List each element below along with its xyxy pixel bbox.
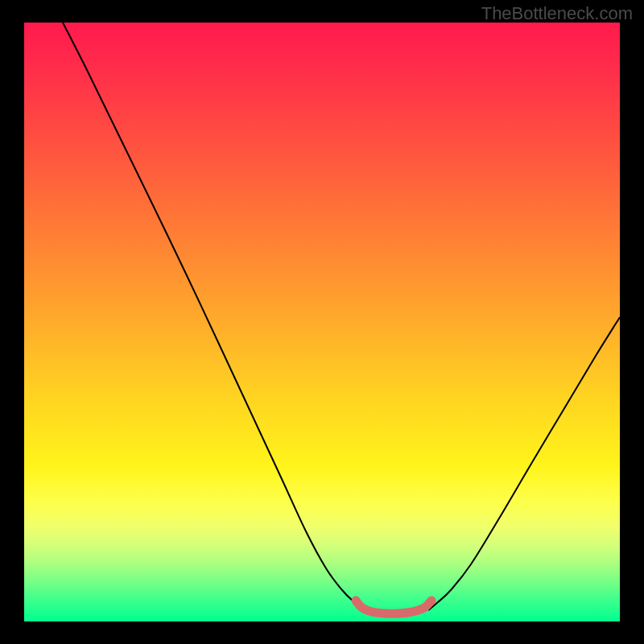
- curve-right-branch: [428, 317, 620, 610]
- chart-area: [24, 23, 620, 621]
- curve-layer: [24, 23, 620, 621]
- valley-highlight: [356, 601, 431, 613]
- curve-left-branch: [63, 23, 365, 610]
- watermark-text: TheBottleneck.com: [481, 3, 633, 24]
